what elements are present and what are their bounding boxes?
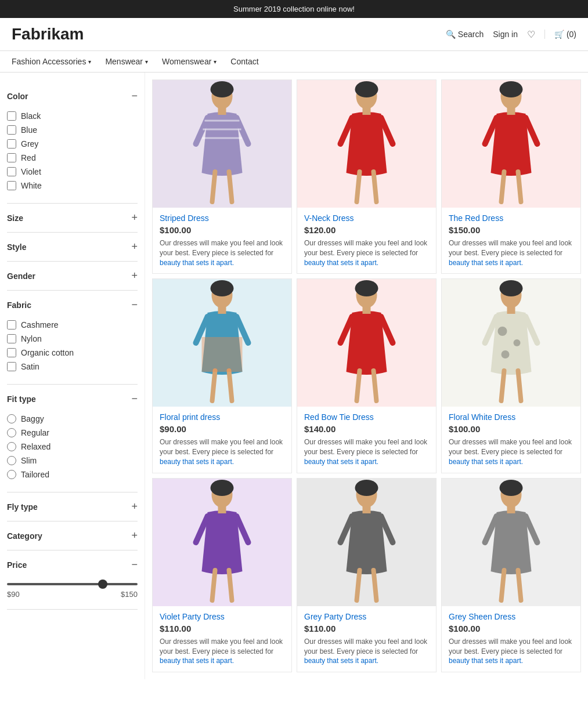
color-white-checkbox[interactable]	[7, 181, 16, 190]
fabric-satin-label[interactable]: Satin	[21, 362, 39, 371]
nav-contact[interactable]: Contact	[230, 57, 258, 66]
product-desc-link[interactable]: beauty that sets it apart.	[304, 657, 378, 665]
color-black-label[interactable]: Black	[21, 111, 41, 121]
fabric-filter-header[interactable]: Fabric −	[7, 296, 138, 313]
product-card[interactable]: The Red Dress $150.00 Our dresses will m…	[441, 79, 581, 274]
price-slider[interactable]	[7, 583, 138, 585]
fit-tailored-label[interactable]: Tailored	[21, 470, 49, 479]
product-desc: Our dresses will make you feel and look …	[304, 637, 429, 666]
logo[interactable]: Fabrikam	[12, 25, 446, 44]
nav-womenswear[interactable]: Womenswear ▾	[162, 57, 217, 66]
product-desc-link[interactable]: beauty that sets it apart.	[160, 458, 234, 466]
product-desc: Our dresses will make you feel and look …	[160, 437, 284, 466]
fit-regular-radio[interactable]	[7, 428, 16, 437]
product-card[interactable]: Floral print dress $90.00 Our dresses wi…	[152, 278, 292, 473]
product-desc-link[interactable]: beauty that sets it apart.	[449, 259, 523, 267]
product-name[interactable]: Violet Party Dress	[160, 612, 284, 621]
product-card[interactable]: Striped Dress $100.00 Our dresses will m…	[152, 79, 292, 274]
color-grey-label[interactable]: Grey	[21, 139, 38, 149]
color-red-checkbox[interactable]	[7, 153, 16, 162]
product-name[interactable]: V-Neck Dress	[304, 213, 429, 223]
wishlist-button[interactable]: ♡	[527, 29, 535, 40]
fit-baggy-label[interactable]: Baggy	[21, 414, 44, 423]
product-desc-link[interactable]: beauty that sets it apart.	[160, 259, 234, 267]
color-white-label[interactable]: White	[21, 181, 42, 190]
product-name[interactable]: Striped Dress	[160, 213, 284, 223]
product-image	[153, 479, 291, 606]
product-name[interactable]: Red Bow Tie Dress	[304, 412, 429, 422]
style-filter-header[interactable]: Style +	[7, 238, 138, 255]
fit-slim-radio[interactable]	[7, 456, 16, 465]
nav-menswear[interactable]: Menswear ▾	[105, 57, 148, 66]
price-filter-toggle[interactable]: −	[131, 559, 138, 571]
category-filter-header[interactable]: Category +	[7, 527, 138, 544]
search-button[interactable]: 🔍 Search	[446, 30, 484, 39]
fit-slim-label[interactable]: Slim	[21, 456, 37, 465]
product-name[interactable]: Floral print dress	[160, 412, 284, 422]
product-desc-link[interactable]: beauty that sets it apart.	[304, 458, 378, 466]
product-desc-link[interactable]: beauty that sets it apart.	[449, 458, 523, 466]
svg-rect-38	[363, 305, 371, 314]
nav-womenswear-label: Womenswear	[162, 57, 211, 66]
fabric-organic-label[interactable]: Organic cotton	[21, 348, 74, 357]
color-blue-item: Blue	[7, 123, 138, 137]
product-desc: Our dresses will make you feel and look …	[449, 437, 573, 466]
fabric-organic-checkbox[interactable]	[7, 348, 16, 357]
color-black-checkbox[interactable]	[7, 111, 16, 121]
product-name[interactable]: Grey Sheen Dress	[449, 612, 573, 621]
svg-point-64	[500, 480, 523, 496]
style-filter-toggle[interactable]: +	[131, 241, 138, 253]
fabric-filter-toggle[interactable]: −	[131, 299, 138, 311]
color-blue-label[interactable]: Blue	[21, 125, 37, 135]
fit-regular-label[interactable]: Regular	[21, 428, 49, 437]
fabric-nylon-checkbox[interactable]	[7, 334, 16, 343]
price-filter-header[interactable]: Price −	[7, 556, 138, 573]
svg-line-67	[502, 570, 504, 600]
product-desc-link[interactable]: beauty that sets it apart.	[449, 657, 523, 665]
fly-type-filter-header[interactable]: Fly type +	[7, 498, 138, 515]
fit-relaxed-label[interactable]: Relaxed	[21, 442, 50, 451]
fit-relaxed-radio[interactable]	[7, 442, 16, 451]
fit-type-filter-header[interactable]: Fit type −	[7, 390, 138, 407]
color-white-item: White	[7, 179, 138, 193]
cart-button[interactable]: 🛒 (0)	[544, 30, 576, 39]
color-grey-checkbox[interactable]	[7, 139, 16, 149]
product-desc-link[interactable]: beauty that sets it apart.	[304, 259, 378, 267]
size-filter-header[interactable]: Size +	[7, 209, 138, 226]
product-price: $100.00	[449, 624, 573, 633]
category-filter-toggle[interactable]: +	[131, 530, 138, 542]
fit-tailored-radio[interactable]	[7, 470, 16, 479]
color-red-label[interactable]: Red	[21, 153, 36, 162]
product-card[interactable]: V-Neck Dress $120.00 Our dresses will ma…	[297, 79, 437, 274]
fly-type-filter-toggle[interactable]: +	[131, 501, 138, 513]
fit-baggy-radio[interactable]	[7, 414, 16, 423]
gender-filter-toggle[interactable]: +	[131, 270, 138, 282]
color-blue-checkbox[interactable]	[7, 125, 16, 135]
product-name[interactable]: The Red Dress	[449, 213, 573, 223]
fabric-satin-checkbox[interactable]	[7, 362, 16, 371]
product-card[interactable]: Red Bow Tie Dress $140.00 Our dresses wi…	[297, 278, 437, 473]
product-price: $150.00	[449, 225, 573, 235]
fabric-cashmere-checkbox[interactable]	[7, 320, 16, 329]
signin-button[interactable]: Sign in	[493, 30, 518, 39]
product-card[interactable]: Grey Party Dress $110.00 Our dresses wil…	[297, 478, 437, 672]
product-name[interactable]: Grey Party Dress	[304, 612, 429, 621]
product-card[interactable]: Violet Party Dress $110.00 Our dresses w…	[152, 478, 292, 672]
svg-line-29	[229, 371, 232, 401]
color-filter-toggle[interactable]: −	[131, 90, 138, 102]
size-filter-toggle[interactable]: +	[131, 212, 138, 224]
product-name[interactable]: Floral White Dress	[449, 412, 573, 422]
product-card[interactable]: Floral White Dress $100.00 Our dresses w…	[441, 278, 581, 473]
gender-filter-header[interactable]: Gender +	[7, 267, 138, 284]
svg-line-15	[374, 172, 377, 202]
color-violet-label[interactable]: Violet	[21, 167, 41, 176]
product-desc-link[interactable]: beauty that sets it apart.	[160, 657, 234, 665]
nav-fashion-accessories[interactable]: Fashion Accessories ▾	[12, 57, 91, 66]
color-filter-header[interactable]: Color −	[7, 88, 138, 104]
fit-type-filter-toggle[interactable]: −	[131, 393, 138, 405]
fabric-filter-title: Fabric	[7, 300, 31, 310]
color-violet-checkbox[interactable]	[7, 167, 16, 176]
fabric-nylon-label[interactable]: Nylon	[21, 334, 42, 343]
product-card[interactable]: Grey Sheen Dress $100.00 Our dresses wil…	[441, 478, 581, 672]
fabric-cashmere-label[interactable]: Cashmere	[21, 320, 59, 329]
